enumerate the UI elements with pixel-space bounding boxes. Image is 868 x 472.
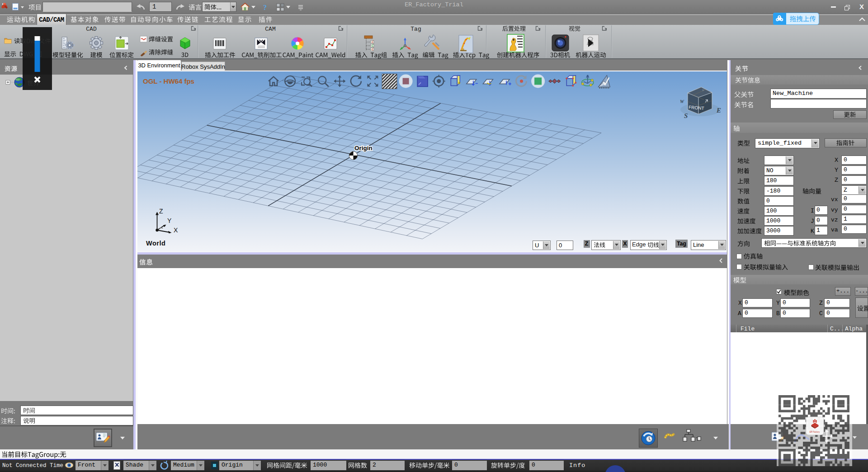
svg-text:?: ? [263, 4, 267, 11]
svg-text:ER Factory: ER Factory [810, 431, 820, 433]
